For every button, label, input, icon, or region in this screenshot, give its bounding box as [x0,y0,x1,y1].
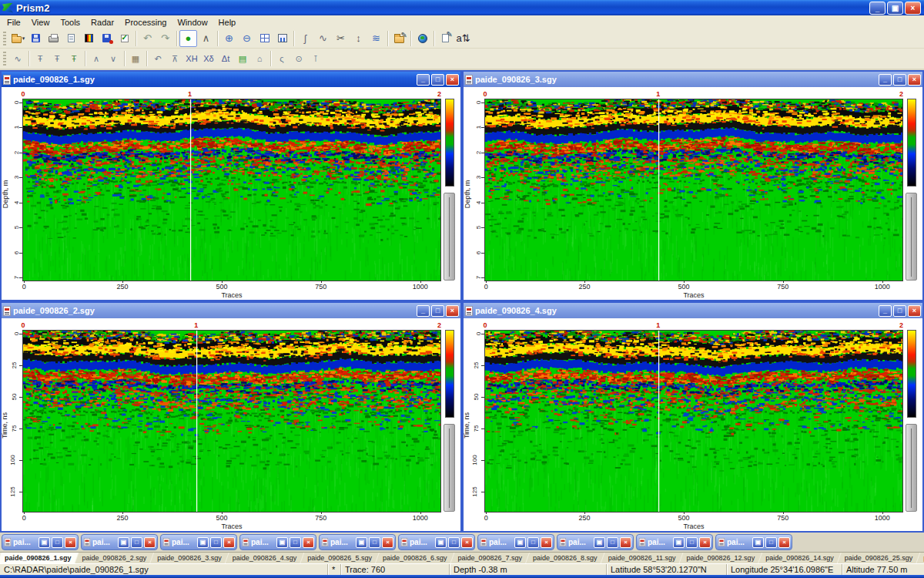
child-title-bar[interactable]: paide_090826_2.sgy _□× [2,303,460,318]
maximize-button[interactable]: □ [52,537,63,548]
redo-icon[interactable]: ↷ [156,30,174,47]
open-file-icon[interactable]: ▾ [9,30,27,47]
file-tab[interactable]: paide_090826_25.sgy [838,553,920,563]
restore-button[interactable]: ▣ [594,537,605,548]
vertical-scrollbar[interactable] [906,424,917,512]
restore-button[interactable]: ▣ [673,537,685,548]
zoom-out-icon[interactable]: ⊖ [238,30,256,47]
radargram-plot[interactable] [484,99,903,281]
scrollbar-thumb[interactable] [449,428,450,508]
close-button[interactable]: × [541,537,552,548]
file-tab[interactable]: paide_090826_7.sgy [450,553,529,563]
minimize-button[interactable]: _ [417,305,430,317]
processing-icon-14[interactable]: ⌂ [251,51,268,66]
child-title-bar[interactable]: paide_090826_4.sgy _□× [464,303,922,318]
restore-button[interactable]: ▣ [38,537,50,548]
close-button[interactable]: × [446,305,459,317]
vertical-scrollbar[interactable] [444,424,455,512]
wiggle-mode-icon[interactable]: ∧ [197,30,215,47]
radargram-plot[interactable] [22,99,441,281]
file-tab[interactable]: paide_090826_2.sgy [75,553,154,563]
processing-icon-11[interactable]: Xδ [200,51,217,66]
restore-button[interactable]: ▣ [356,537,367,548]
file-tab[interactable]: paide_090826_8.sgy [526,553,604,563]
processing-icon-8[interactable]: ↶ [149,51,166,66]
maximize-button[interactable]: □ [369,537,380,548]
file-properties-icon[interactable] [62,30,80,47]
restore-button[interactable]: ▣ [118,537,129,548]
scrollbar-thumb[interactable] [911,197,912,277]
save-icon[interactable] [27,30,45,47]
processing-icon-4[interactable]: Ŧ [65,51,82,66]
close-button[interactable]: × [144,537,156,548]
processing-icon-15[interactable]: ς [273,51,290,66]
scrollbar-thumb[interactable] [911,428,912,508]
menu-radar[interactable]: Radar [85,17,119,28]
file-tab[interactable]: paide_090826_6.sgy [376,553,454,563]
minimized-window[interactable]: pai...▣□× [715,534,792,550]
minimized-window[interactable]: pai...▣□× [160,534,237,550]
restore-button[interactable]: ▣ [514,537,526,548]
menu-processing[interactable]: Processing [119,17,172,28]
maximize-button[interactable]: □ [448,537,460,548]
radargram-plot[interactable] [22,330,441,512]
close-button[interactable]: × [461,537,473,548]
minimized-window[interactable]: pai...▣□× [398,534,475,550]
maximize-button[interactable]: □ [893,305,906,317]
minimized-window[interactable]: pai...▣□× [239,534,316,550]
font-marker-icon[interactable]: a⇅ [454,30,472,47]
minimized-window[interactable]: pai...▣□× [636,534,713,550]
restore-button[interactable]: ▣ [752,537,764,548]
menu-window[interactable]: Window [172,17,213,28]
trace-curve-icon[interactable]: ʃ [296,30,314,47]
maximize-button[interactable]: □ [527,537,539,548]
processing-icon-17[interactable]: ⊺ [307,51,324,66]
restore-button[interactable]: ▣ [276,537,288,548]
close-button[interactable]: × [303,537,314,548]
close-button[interactable]: × [446,74,459,86]
minimize-button[interactable]: _ [417,74,430,86]
minimize-button[interactable]: _ [879,305,892,317]
vertical-scrollbar[interactable] [444,193,455,281]
maximize-button[interactable]: □ [765,537,777,548]
close-button[interactable]: × [908,305,921,317]
processing-icon-6[interactable]: ∨ [105,51,122,66]
maximize-button[interactable]: □ [210,537,222,548]
minimized-window[interactable]: pai...▣□× [319,534,396,550]
restore-button[interactable]: ▣ [887,2,903,15]
processing-icon-5[interactable]: ∧ [88,51,105,66]
processing-icon-1[interactable]: ∿ [9,51,26,66]
minimized-window[interactable]: pai...▣□× [477,534,554,550]
toolbar-grip-handle[interactable] [3,52,6,66]
toolbar-grip-handle[interactable] [3,32,6,45]
report-edit-icon[interactable] [437,30,454,47]
processing-icon-16[interactable]: ⊙ [290,51,307,66]
vertical-scale-icon[interactable]: ↕ [350,30,367,47]
close-button[interactable]: × [223,537,235,548]
child-title-bar[interactable]: paide_090826_3.sgy _□× [464,72,922,87]
menu-file[interactable]: File [2,17,26,28]
close-button[interactable]: × [699,537,711,548]
radargram-plot[interactable] [484,330,903,512]
processing-icon-9[interactable]: ⊼ [166,51,183,66]
histogram-panel-icon[interactable] [273,30,291,47]
restore-button[interactable]: ▣ [435,537,447,548]
wavelet-icon[interactable]: ∿ [314,30,332,47]
minimized-window[interactable]: pai...▣□× [557,534,634,550]
file-tab[interactable]: paide_090826_11.sgy [601,553,683,563]
close-button[interactable]: × [778,537,790,548]
close-button[interactable]: × [908,74,921,86]
gps-globe-icon[interactable] [413,30,431,47]
print-icon[interactable] [45,30,62,47]
file-tab[interactable]: paide_090826_4.sgy [226,553,304,563]
title-bar[interactable]: Prism2 _▣× [0,0,924,15]
file-tab[interactable]: paide_090826_12.sgy [680,553,762,563]
processing-icon-10[interactable]: XH [183,51,200,66]
processing-icon-12[interactable]: Δt [217,51,234,66]
menu-tools[interactable]: Tools [55,17,85,28]
edit-folder-icon[interactable] [390,30,408,47]
file-tab[interactable]: paide_090826_3.sgy [150,553,229,563]
minimized-window[interactable]: pai...▣□× [2,534,79,550]
close-button[interactable]: × [905,2,921,15]
processing-icon-7[interactable]: ▦ [127,51,144,66]
